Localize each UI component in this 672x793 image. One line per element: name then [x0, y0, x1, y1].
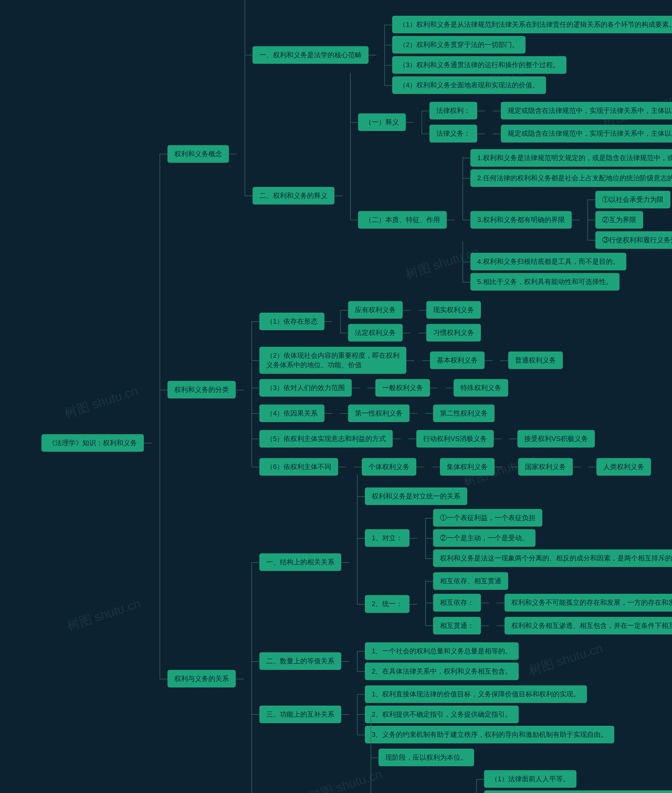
mind-node[interactable]: （2）权利义务关系范围内，权利是目的，义务是手段，法律设定义务的目的在于实现权利…	[484, 789, 672, 793]
mind-node[interactable]: 国家权利义务人类权利义务	[518, 456, 651, 478]
node-label: 1、一个社会的权利总量和义务总量是相等的。	[365, 642, 519, 660]
mind-node[interactable]: 3.权利和义务都有明确的界限①以社会承受力为限②互为界限③行使权利和履行义务受程…	[470, 188, 672, 251]
mind-node[interactable]: 习惯权利义务	[426, 323, 481, 343]
mind-node[interactable]: 相互贯通：权利和义务相互渗透、相互包含，并在一定条件下相互转化。	[433, 614, 672, 637]
mind-node[interactable]: 应有权利义务现实权利义务	[348, 299, 481, 321]
node-label: 5.相比于义务，权利具有能动性和可选择性。	[470, 273, 619, 291]
mind-node[interactable]: 二、数量上的等值关系1、一个社会的权利总量和义务总量是相等的。2、在具体法律关系…	[259, 640, 672, 683]
node-label: 规定或隐含在法律规范中，实现于法律关系中，主体以相对抑制的作为或不作为方式保障权…	[501, 125, 672, 142]
mind-node[interactable]: 普通权利义务	[508, 350, 563, 370]
mind-node[interactable]: 2、权利提供不确定指引，义务提供确定指引。	[365, 704, 614, 724]
mind-node[interactable]: 法律义务：规定或隐含在法律规范中，实现于法律关系中，主体以相对抑制的作为或不作为…	[429, 122, 672, 145]
node-label: 法定权利义务	[348, 324, 403, 342]
node-label: 4.权利和义务归根结底都是工具，而不是目的。	[470, 253, 626, 270]
node-label: 集体权利义务	[440, 458, 494, 476]
mind-node[interactable]: 法律权利：规定或隐含在法律规范中，实现于法律关系中，主体以相对自由的作为或不作为…	[429, 99, 672, 122]
mind-node[interactable]: （3）依对人们的效力范围一般权利义务特殊权利义务	[259, 375, 651, 401]
mind-node[interactable]: （4）权利和义务全面地表现和实现法的价值。	[392, 75, 672, 95]
mind-node[interactable]: 一、权利和义务是法学的核心范畴（1）权利和义务是从法律规范到法律关系在到法律责任…	[253, 13, 672, 97]
node-label: 一般权利义务	[375, 379, 430, 396]
mind-node[interactable]: ①以社会承受力为限	[595, 190, 672, 210]
node-label: 相互依存、相互贯通	[433, 572, 508, 590]
mind-node[interactable]: 1、一个社会的权利总量和义务总量是相等的。	[365, 641, 519, 661]
mind-node[interactable]: 基本权利义务普通权利义务	[430, 349, 563, 372]
mind-node[interactable]: 权利和义务的分类（1）依存在形态应有权利义务现实权利义务法定权利义务习惯权利义务…	[168, 296, 672, 483]
node-label: 1.权利和义务是法律规范明文规定的，或是隐含在法律规范中，或至少可以从法律精神和…	[470, 149, 672, 167]
mind-node[interactable]: 2、统一：相互依存、相互贯通相互依存：权利和义务不可能孤立的存在和发展，一方的存…	[365, 570, 672, 638]
mind-node[interactable]: （5）依权利主体实现意志和利益的方式行动权利VS消极义务接受权利VS积极义务	[259, 426, 651, 451]
node-label: 2.任何法律的权利和义务都是社会上占支配地位的统治阶级意志的体现。	[470, 169, 672, 187]
mind-node[interactable]: ③行使权利和履行义务受程度上的限定	[595, 230, 672, 250]
mind-node[interactable]: 权利和义务是对立统一的关系	[365, 486, 672, 506]
mind-node[interactable]: 1、权利直接体现法律的价值目标，义务保障价值目标和权利的实现。	[365, 684, 614, 704]
mind-node[interactable]: ②互为界限	[595, 210, 672, 230]
node-label: ③行使权利和履行义务受程度上的限定	[595, 231, 672, 249]
mind-node[interactable]: 相互依存、相互贯通	[433, 571, 672, 591]
mind-node[interactable]: 1、对立：①一个表征利益，一个表征负担②一个是主动，一个是受动。权利和义务是法这…	[365, 506, 672, 570]
mind-node[interactable]: ①一个表征利益，一个表征负担	[433, 508, 672, 528]
mind-node[interactable]: 4.权利和义务归根结底都是工具，而不是目的。	[470, 251, 672, 272]
mind-node[interactable]: 接受权利VS积极义务	[517, 428, 595, 449]
mind-node[interactable]: 5.相比于义务，权利具有能动性和可选择性。	[470, 272, 672, 292]
mind-map: 《法理学》知识：权利和义务权利和义务概念一、权利和义务是法学的核心范畴（1）权利…	[26, 11, 672, 793]
mind-node[interactable]: 二、权利和义务的释义（一）释义法律权利：规定或隐含在法律规范中，实现于法律关系中…	[253, 97, 672, 294]
mind-node[interactable]: 第一性权利义务第二性权利义务	[348, 402, 494, 425]
mind-node[interactable]: （2）权利和义务贯穿于法的一切部门。	[392, 35, 672, 55]
node-label: 三、功能上的互补关系	[259, 706, 341, 723]
mind-node[interactable]: 一、结构上的相关关系权利和义务是对立统一的关系1、对立：①一个表征利益，一个表征…	[259, 485, 672, 640]
mind-node[interactable]: 3、义务的约束机制有助于建立秩序，权利的导向和激励机制有助于实现自由。	[365, 724, 614, 745]
mind-node[interactable]: 现阶段，应以权利为本位。	[379, 747, 672, 767]
mind-node[interactable]: 人类权利义务	[597, 457, 651, 477]
mind-node[interactable]: 权利和义务不可能孤立的存在和发展，一方的存在和发展以另一方的存在和发展为条件。	[504, 592, 672, 613]
mind-node[interactable]: （1）依存在形态应有权利义务现实权利义务法定权利义务习惯权利义务	[259, 297, 651, 345]
mind-node[interactable]: ②一个是主动，一个是受动。	[433, 528, 672, 548]
mind-node[interactable]: 行动权利VS消极义务接受权利VS积极义务	[416, 427, 595, 450]
node-label: 3.权利和义务都有明确的界限	[470, 211, 572, 229]
mind-node[interactable]: 特殊权利义务	[454, 378, 508, 398]
mind-node[interactable]: （3）权利和义务通贯法律的运行和操作的整个过程。	[392, 55, 672, 75]
node-label: 国家权利义务	[518, 458, 573, 476]
mind-node[interactable]: 第二性权利义务	[433, 403, 494, 424]
mind-node[interactable]: 规定或隐含在法律规范中，实现于法律关系中，主体以相对自由的作为或不作为方式获得利…	[501, 101, 672, 121]
mind-node[interactable]: 一般权利义务特殊权利义务	[375, 376, 508, 399]
mind-node[interactable]: 2.任何法律的权利和义务都是社会上占支配地位的统治阶级意志的体现。	[470, 168, 672, 188]
mind-node[interactable]: 权利与义务的关系一、结构上的相关关系权利和义务是对立统一的关系1、对立：①一个表…	[168, 483, 672, 793]
node-label: （6）依权利主体不同	[259, 458, 338, 476]
node-label: 二、权利和义务的释义	[253, 187, 334, 205]
mind-node[interactable]: 个体权利义务集体权利义务国家权利义务人类权利义务	[362, 453, 651, 481]
mind-node[interactable]: 三、功能上的互补关系1、权利直接体现法律的价值目标，义务保障价值目标和权利的实现…	[259, 683, 672, 746]
mind-node[interactable]: 2、在具体法律关系中，权利和义务相互包含。	[365, 661, 519, 681]
mind-node[interactable]: 法定权利义务习惯权利义务	[348, 321, 481, 344]
mind-node[interactable]: 相互依存：权利和义务不可能孤立的存在和发展，一方的存在和发展以另一方的存在和发展…	[433, 591, 672, 614]
root-node[interactable]: 《法理学》知识：权利和义务权利和义务概念一、权利和义务是法学的核心范畴（1）权利…	[42, 11, 672, 793]
node-label: （5）依权利主体实现意志和利益的方式	[259, 430, 393, 448]
mind-node[interactable]: 规定或隐含在法律规范中，实现于法律关系中，主体以相对抑制的作为或不作为方式保障权…	[501, 123, 672, 144]
mind-node[interactable]: （1）权利和义务是从法律规范到法律关系在到法律责任的逻辑关系的各个环节的构成要素…	[392, 14, 672, 35]
mind-node[interactable]: 权利和义务是法这一现象两个分离的、相反的成分和因素，是两个相互排斥的对立面。	[433, 548, 672, 568]
mind-node[interactable]: （6）依权利主体不同个体权利义务集体权利义务国家权利义务人类权利义务	[259, 451, 651, 482]
node-label: 权利和义务是法这一现象两个分离的、相反的成分和因素，是两个相互排斥的对立面。	[433, 549, 672, 567]
node-label: 基本权利义务	[430, 352, 485, 369]
node-label: （二）本质、特征、作用	[358, 211, 447, 229]
mind-node[interactable]: 集体权利义务国家权利义务人类权利义务	[440, 454, 651, 480]
node-label: 相互贯通：	[433, 617, 481, 635]
canvas: 树图 shutu.cn 树图 shutu.cn 树图 shutu.cn 树图 s…	[0, 0, 672, 793]
node-label: 习惯权利义务	[426, 324, 481, 342]
mind-node[interactable]: 现实权利义务	[426, 300, 481, 320]
node-label: 人类权利义务	[597, 458, 651, 476]
mind-node[interactable]: （1）法律面前人人平等。	[484, 769, 672, 789]
mind-node[interactable]: （2）依体现社会内容的重要程度，即在权利义务体系中的地位、功能、价值基本权利义务…	[259, 345, 651, 375]
mind-node[interactable]: （二）本质、特征、作用1.权利和义务是法律规范明文规定的，或是隐含在法律规范中，…	[358, 147, 672, 293]
mind-node[interactable]: 权利和义务概念一、权利和义务是法学的核心范畴（1）权利和义务是从法律规范到法律关…	[168, 12, 672, 296]
mind-node[interactable]: 权利本位的法律特征：（1）法律面前人人平等。（2）权利义务关系范围内，权利是目的…	[379, 767, 672, 793]
node-label: 一、权利和义务是法学的核心范畴	[253, 46, 368, 64]
mind-node[interactable]: 四、价值意义上的主次关系现阶段，应以权利为本位。权利本位的法律特征：（1）法律面…	[259, 746, 672, 793]
mind-node[interactable]: 权利和义务相互渗透、相互包含，并在一定条件下相互转化。	[504, 616, 672, 636]
node-label: 权利和义务的分类	[168, 381, 236, 398]
mind-node[interactable]: （4）依因果关系第一性权利义务第二性权利义务	[259, 401, 651, 426]
node-label: （2）依体现社会内容的重要程度，即在权利义务体系中的地位、功能、价值	[259, 347, 406, 374]
node-label: 二、数量上的等值关系	[259, 652, 341, 670]
mind-node[interactable]: （一）释义法律权利：规定或隐含在法律规范中，实现于法律关系中，主体以相对自由的作…	[358, 98, 672, 146]
node-label: ②互为界限	[595, 211, 643, 229]
mind-node[interactable]: 1.权利和义务是法律规范明文规定的，或是隐含在法律规范中，或至少可以从法律精神和…	[470, 148, 672, 168]
